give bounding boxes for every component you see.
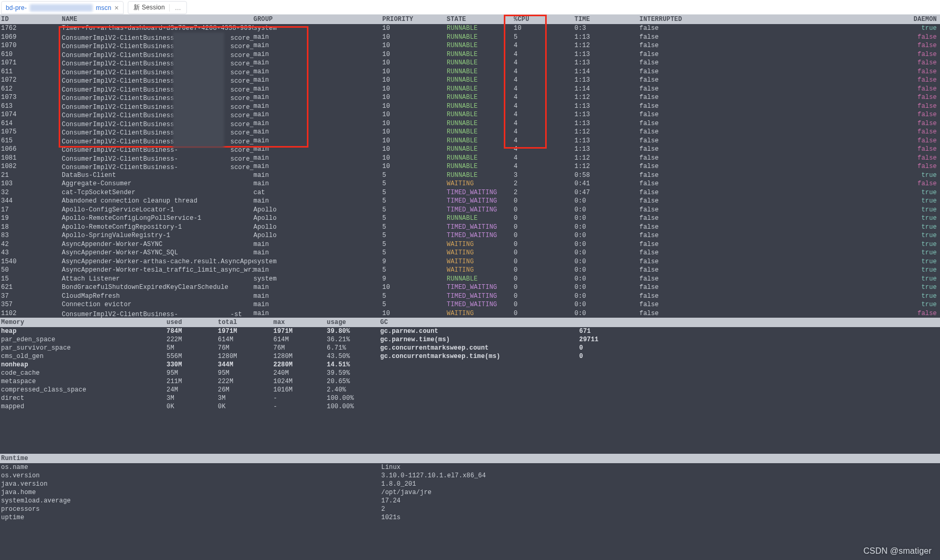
cell-state: WAITING [447,310,514,317]
hdr-usage: usage [327,319,380,326]
mem-used: 330M [167,361,218,368]
runtime-value: 3.10.0-1127.10.1.el7.x86_64 [381,472,940,479]
gc-value: 0 [579,353,940,360]
cell-pri: 5 [382,249,447,256]
close-icon[interactable]: × [115,4,119,12]
cell-name: ConsumerImplV2-ClientBusiness-xscore_b [62,93,253,102]
cell-group: main [253,111,382,118]
table-row: 83Apollo-SpringValueRegistry-1Apollo5TIM… [0,231,940,240]
memory-row: cms_old_gen556M1280M1280M43.50%gc.concur… [0,352,940,361]
cell-daemon: true [702,172,940,179]
cell-time: 1:13 [574,76,639,84]
cell-state: RUNNABLE [447,51,514,58]
cell-pri: 10 [382,59,447,66]
cell-cpu: 0 [514,275,574,283]
cell-time: 0:0 [574,284,639,291]
tab-label-redacted [30,4,93,12]
cell-time: 0:0 [574,266,639,274]
cell-time: 0:0 [574,197,639,205]
cell-int: false [639,59,702,66]
memory-header: Memory used total max usage GC [0,318,940,327]
gc-label: gc.concurrentmarksweep.count [380,344,579,352]
new-session-button[interactable]: 新 Session … [128,1,187,14]
cell-group: main [253,163,382,170]
table-row: 1540AsyncAppender-Worker-arthas-cache.re… [0,257,940,266]
cell-int: false [639,137,702,144]
hdr-time: TIME [574,16,639,23]
cell-group: system [253,275,382,283]
cell-cpu: 2 [514,180,574,187]
cell-daemon: false [702,33,940,41]
cell-pri: 5 [382,189,447,196]
hdr-max: max [273,319,327,326]
cell-cpu: 4 [514,94,574,101]
hdr-memory: Memory [0,319,167,326]
cell-time: 1:13 [574,120,639,127]
cell-cpu: 4 [514,42,574,49]
cell-cpu: 4 [514,154,574,162]
mem-total: 222M [218,378,273,385]
cell-int: false [639,249,702,256]
cell-state: TIMED_WAITING [447,301,514,308]
gc-label: gc.parnew.count [380,328,579,335]
memory-row: code_cache95M95M240M39.59% [0,369,940,377]
cell-daemon: false [702,68,940,75]
runtime-row: uptime1021s [0,513,940,522]
cell-state: RUNNABLE [447,42,514,49]
cell-state: RUNNABLE [447,120,514,127]
cell-daemon: false [702,94,940,101]
cell-int: false [639,76,702,84]
cell-time: 0:41 [574,180,639,187]
table-row: 1081ConsumerImplV2-ClientBusiness-xscore… [0,154,940,163]
mem-used: 24M [167,386,218,394]
cell-cpu: 4 [514,163,574,170]
cell-time: 1:14 [574,85,639,93]
cell-cpu: 0 [514,249,574,256]
cell-time: 0:0 [574,293,639,300]
cell-pri: 10 [382,163,447,170]
active-tab[interactable]: bd-pre- mscn × [1,1,124,14]
mem-total: 1280M [218,353,273,360]
cell-state: TIMED_WAITING [447,197,514,205]
cell-cpu: 0 [514,258,574,265]
cell-int: false [639,206,702,214]
cell-group: main [253,241,382,248]
cell-cpu: 0 [514,197,574,205]
mem-max: 1024M [273,378,327,385]
cell-int: false [639,310,702,317]
memory-row: heap784M1971M1971M39.80%gc.parnew.count6… [0,327,940,335]
table-row: 1074ConsumerImplV2-ClientBusiness-xscore… [0,110,940,119]
cell-name: ConsumerImplV2-ClientBusiness-xscore_b [62,162,253,171]
cell-int: false [639,128,702,136]
cell-id: 42 [0,241,62,248]
table-row: 37CloudMapRefreshmain5TIMED_WAITING00:0f… [0,292,940,301]
cell-pri: 10 [382,120,447,127]
more-icon[interactable]: … [169,4,181,12]
table-row: 1072ConsumerImplV2-ClientBusiness-xscore… [0,76,940,85]
table-row: 1082ConsumerImplV2-ClientBusiness-xscore… [0,162,940,171]
cell-daemon: true [702,301,940,308]
cell-time: 0:0 [574,301,639,308]
mem-usage: 36.21% [327,336,380,343]
cell-state: TIMED_WAITING [447,189,514,196]
tab-label-suffix: mscn [96,4,111,12]
runtime-row: systemload.average17.24 [0,497,940,505]
cell-id: 103 [0,180,62,187]
table-row: 1075ConsumerImplV2-ClientBusiness-xscore… [0,128,940,137]
mem-usage: 100.00% [327,395,380,402]
cell-int: false [639,42,702,49]
cell-time: 1:13 [574,59,639,66]
cell-time: 1:13 [574,33,639,41]
cell-pri: 10 [382,111,447,118]
cell-state: RUNNABLE [447,94,514,101]
table-row: 18Apollo-RemoteConfigRepository-1Apollo5… [0,223,940,232]
table-row: 615ConsumerImplV2-ClientBusiness-xscore_… [0,137,940,145]
cell-int: false [639,275,702,283]
cell-daemon: true [702,275,940,283]
mem-label: metaspace [0,378,167,385]
cell-time: 1:12 [574,154,639,162]
cell-state: TIMED_WAITING [447,223,514,231]
cell-state: RUNNABLE [447,76,514,84]
cell-daemon: false [702,154,940,162]
gc-value: 29711 [579,336,940,343]
